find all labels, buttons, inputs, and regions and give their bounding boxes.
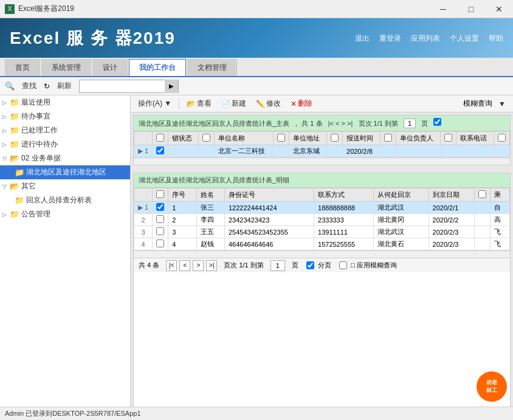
col-check7-box[interactable] <box>498 134 506 142</box>
row-checkbox[interactable] <box>156 239 164 247</box>
cell-transport: 高 <box>491 214 510 226</box>
cell-transport: 飞 <box>491 238 510 250</box>
col-check-d-box[interactable] <box>478 190 486 198</box>
nav-bar: 首页 系统管理 设计 我的工作台 文档管理 <box>0 58 513 77</box>
sidebar-item-hubei[interactable]: 📁 湖北地区及途径湖北地区 <box>0 165 130 179</box>
find-button[interactable]: 查找 <box>19 80 39 92</box>
page-nav-next[interactable]: > <box>342 120 345 127</box>
row-checkbox-cell[interactable] <box>153 238 168 250</box>
row-checkbox-cell[interactable] <box>153 202 168 214</box>
cell-from: 湖北武汉 <box>374 226 429 238</box>
detail-page-input[interactable] <box>270 260 285 271</box>
search-box: ▶ <box>79 80 179 93</box>
maximize-button[interactable]: □ <box>457 0 485 18</box>
cell-reporttime: 2020/2/8 <box>343 145 380 157</box>
operations-button[interactable]: 操作(A) ▼ <box>134 97 175 110</box>
page-nav-first[interactable]: |< <box>328 120 334 127</box>
row-checkbox[interactable] <box>156 203 164 211</box>
page-checkbox[interactable] <box>433 118 441 126</box>
row-checkbox-cell[interactable] <box>153 214 168 226</box>
cell-transport: 自 <box>491 202 510 214</box>
table-row[interactable]: 3 3 王五 2545434523452355 13911111 湖北武汉 20… <box>134 226 510 238</box>
tab-docs[interactable]: 文档管理 <box>187 59 237 76</box>
cell-unitname: 北京一二三科技 <box>214 145 273 157</box>
detail-page-label: 分页 <box>318 261 331 270</box>
col-check3-box[interactable] <box>277 134 285 142</box>
app-list-button[interactable]: 应用列表 <box>411 33 440 43</box>
title-bar-controls: ─ □ ✕ <box>429 0 513 18</box>
detail-last-btn[interactable]: >| <box>206 260 217 271</box>
tab-system[interactable]: 系统管理 <box>41 59 91 76</box>
row-checkbox[interactable] <box>156 227 164 235</box>
search-input[interactable] <box>80 82 165 91</box>
detail-table-header: 湖北地区及途径湖北地区回京人员排查统计表_明细 <box>134 173 510 188</box>
sidebar-item-other[interactable]: ▽ 📂 其它 <box>0 179 130 193</box>
folder-icon: 📁 <box>10 98 19 107</box>
page-nav-last[interactable]: >| <box>347 120 353 127</box>
col-check6-box[interactable] <box>444 134 452 142</box>
detail-select-all[interactable] <box>156 190 164 198</box>
tab-workbench[interactable]: 我的工作台 <box>129 59 186 76</box>
fuzzy-query-button[interactable]: ▼ <box>495 98 509 109</box>
col-unitaddr: 单位地址 <box>289 132 327 145</box>
main-table: 锁状态 单位名称 单位地址 报送时间 单位负责人 联系电话 <box>134 131 510 157</box>
app-icon: X <box>5 4 15 14</box>
row-checkbox[interactable] <box>156 146 164 154</box>
sidebar-item-label: 02 业务单据 <box>21 153 61 164</box>
cell-phone: 1888888888 <box>314 202 374 214</box>
cell-transport: 飞 <box>491 226 510 238</box>
row-checkbox[interactable] <box>156 215 164 223</box>
sidebar-item-inprogress[interactable]: ▷ 📁 进行中待办 <box>0 137 130 151</box>
table-row[interactable]: 2 2 李四 23423423423 2333333 湖北黄冈 2020/2/2… <box>134 214 510 226</box>
cell-seq: 3 <box>168 226 196 238</box>
cell-phone: 13911111 <box>314 226 374 238</box>
view-button[interactable]: 📂 查看 <box>183 97 215 110</box>
page-nav-prev[interactable]: < <box>336 120 339 127</box>
detail-fuzzy-checkbox[interactable] <box>339 261 347 269</box>
sidebar-item-todo[interactable]: ▷ 📁 待办事宜 <box>0 109 130 123</box>
main-table-section: 湖北地区及途径湖北地区回京人员排查统计表_主表 ， 共 1 条 |< < > >… <box>133 115 511 165</box>
main-table-hscroll[interactable] <box>134 157 510 165</box>
refresh-button[interactable]: 刷新 <box>55 80 74 92</box>
sidebar-item-announcement[interactable]: ▷ 📁 公告管理 <box>0 207 130 221</box>
personal-settings-button[interactable]: 个人设置 <box>450 33 479 43</box>
sidebar-item-analysis[interactable]: 📁 回京人员排查分析表 <box>0 193 130 207</box>
detail-first-btn[interactable]: |< <box>166 260 177 271</box>
row-checkbox-cell[interactable] <box>153 145 168 157</box>
cell-date: 2020/2/3 <box>429 226 475 238</box>
minimize-button[interactable]: ─ <box>429 0 457 18</box>
row-checkbox-cell[interactable] <box>153 226 168 238</box>
tab-home[interactable]: 首页 <box>5 59 40 76</box>
table-row[interactable]: ▶ 1 北京一二三科技 北京东城 2020/2/8 <box>134 145 510 157</box>
col-check4-box[interactable] <box>331 134 339 142</box>
page-num-input[interactable] <box>404 119 416 128</box>
detail-page-checkbox[interactable] <box>306 261 314 269</box>
edit-button[interactable]: ✏️ 修改 <box>252 97 284 110</box>
detail-page-end: 页 <box>292 261 298 270</box>
cell-phone: 2333333 <box>314 214 374 226</box>
sidebar-item-processed[interactable]: ▷ 📁 已处理工作 <box>0 123 130 137</box>
detail-prev-btn[interactable]: < <box>179 260 190 271</box>
detail-table-hscroll[interactable] <box>134 250 510 258</box>
col-phone: 联系电话 <box>456 132 494 145</box>
tab-design[interactable]: 设计 <box>92 59 128 76</box>
help-button[interactable]: 帮助 <box>489 33 503 43</box>
main-table-header: 湖北地区及途径湖北地区回京人员排查统计表_主表 ， 共 1 条 |< < > >… <box>134 115 510 131</box>
delete-button[interactable]: ✕ 删除 <box>287 97 316 110</box>
logout-button[interactable]: 退出 <box>355 33 370 43</box>
sidebar-item-business[interactable]: ▽ 📂 02 业务单据 <box>0 151 130 165</box>
col-reporttime: 报送时间 <box>343 132 380 145</box>
select-all-checkbox[interactable] <box>156 134 164 142</box>
table-row[interactable]: 4 4 赵钱 464646464646 1572525555 湖北黄石 2020… <box>134 238 510 250</box>
new-button[interactable]: 📄 新建 <box>218 97 250 110</box>
detail-next-btn[interactable]: > <box>193 260 204 271</box>
cell-unitaddr: 北京东城 <box>289 145 327 157</box>
table-row[interactable]: ▶ 1 1 张三 1222224441424 1888888888 湖北武汉 2… <box>134 202 510 214</box>
relogin-button[interactable]: 重登录 <box>379 33 401 43</box>
sidebar-item-recent[interactable]: ▷ 📁 最近使用 <box>0 95 130 109</box>
col-check2-box[interactable] <box>202 134 210 142</box>
close-button[interactable]: ✕ <box>485 0 513 18</box>
folder-icon: 📁 <box>10 126 19 135</box>
search-go-button[interactable]: ▶ <box>165 80 178 93</box>
col-check5-box[interactable] <box>384 134 392 142</box>
